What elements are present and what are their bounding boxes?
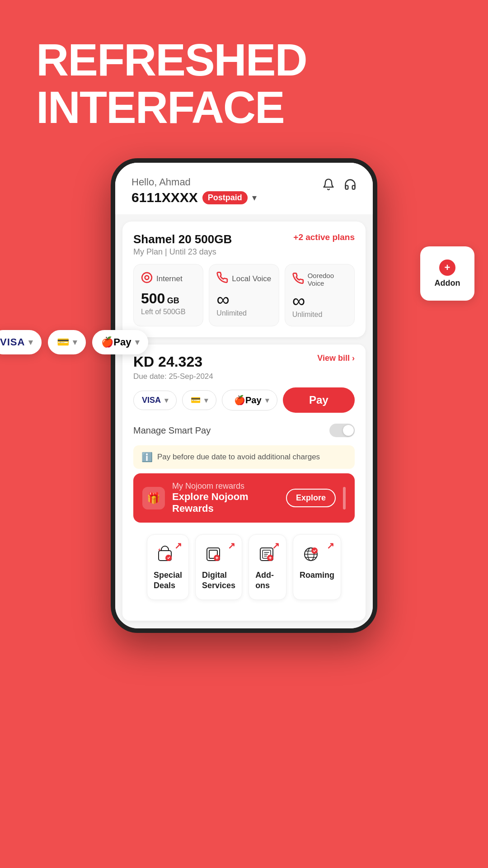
hero-section: REFRESHED INTERFACE: [0, 0, 488, 149]
smart-pay-toggle[interactable]: [329, 424, 355, 437]
applepay-label-float: 🍎Pay: [101, 336, 131, 348]
bill-amount: KD 24.323: [133, 354, 213, 370]
header-icons: [322, 176, 357, 194]
user-info: Hello, Ahmad 6111XXXX Postpaid ▾: [131, 176, 257, 205]
addons-label: Add-ons: [255, 570, 280, 591]
screen-header: Hello, Ahmad 6111XXXX Postpaid ▾: [115, 163, 373, 214]
bill-due: Due date: 25-Sep-2024: [133, 372, 213, 381]
hero-title-line2: INTERFACE: [36, 84, 452, 131]
local-voice-sub: Unlimited: [216, 309, 271, 317]
visa-label-pay: VISA: [142, 396, 161, 405]
hero-title-line1: REFRESHED: [36, 36, 452, 84]
phone-screen: Hello, Ahmad 6111XXXX Postpaid ▾: [115, 163, 373, 628]
shortcut-card-special-deals[interactable]: ↗ Specia: [147, 534, 189, 600]
local-voice-header: Local Voice: [216, 272, 271, 286]
local-voice-label: Local Voice: [232, 274, 271, 283]
applepay-label: 🍎Pay: [234, 395, 262, 406]
roaming-icon: [300, 543, 322, 566]
knet-chevron-icon: ▾: [73, 337, 77, 347]
addons-arrow-icon: ↗: [272, 540, 280, 551]
ooredoo-voice-value: ∞: [292, 292, 347, 310]
svg-point-0: [142, 273, 152, 283]
local-voice-card[interactable]: Local Voice ∞ Unlimited: [209, 264, 279, 326]
postpaid-badge: Postpaid: [202, 191, 248, 204]
warning-icon: ℹ️: [141, 452, 153, 462]
digital-services-icon: [202, 543, 225, 566]
ooredoo-voice-label: Ooredoo Voice: [308, 272, 347, 287]
applepay-method[interactable]: 🍎Pay ▾: [222, 390, 277, 410]
account-chevron-icon[interactable]: ▾: [252, 192, 257, 203]
special-deals-icon: [154, 543, 176, 566]
smart-pay-label: Manage Smart Pay: [133, 425, 211, 436]
local-voice-icon: [216, 272, 228, 286]
visa-chevron-icon: ▾: [28, 337, 33, 347]
internet-sub: Left of 500GB: [141, 308, 196, 316]
applepay-chevron-icon: ▾: [265, 396, 269, 405]
internet-unit: GB: [167, 296, 179, 305]
floating-payment-cards: VISA ▾ 💳 ▾ 🍎Pay ▾: [0, 330, 148, 354]
nojoom-subtitle: Explore Nojoom Rewards: [172, 491, 279, 514]
toggle-knob: [343, 425, 354, 436]
bell-icon[interactable]: [322, 178, 335, 194]
shortcut-card-roaming[interactable]: ↗ Roamin: [293, 534, 341, 600]
special-deals-arrow-icon: ↗: [174, 540, 182, 551]
nojoom-title: My Nojoom rewards: [172, 481, 279, 491]
plan-meta: My Plan | Until 23 days: [133, 247, 232, 257]
usage-cards: Internet 500 GB Left of 500GB: [133, 264, 355, 326]
greeting-text: Hello, Ahmad: [131, 176, 257, 188]
internet-value: 500: [141, 290, 165, 307]
active-plans-link[interactable]: +2 active plans: [293, 232, 355, 242]
nojoom-text: My Nojoom rewards Explore Nojoom Rewards: [172, 481, 279, 514]
svg-point-12: [311, 547, 318, 554]
ooredoo-voice-header: Ooredoo Voice: [292, 272, 347, 287]
ooredoo-voice-icon: [292, 273, 304, 287]
headset-icon[interactable]: [344, 178, 357, 194]
addon-card-floating[interactable]: + Addon: [420, 246, 474, 301]
visa-label: VISA: [0, 336, 25, 348]
roaming-label: Roaming: [300, 570, 334, 580]
nojoom-banner[interactable]: 🎁 My Nojoom rewards Explore Nojoom Rewar…: [133, 473, 355, 523]
digital-services-arrow-icon: ↗: [228, 540, 235, 551]
phone-number-row[interactable]: 6111XXXX Postpaid ▾: [131, 190, 257, 205]
internet-usage-card[interactable]: Internet 500 GB Left of 500GB: [133, 264, 203, 326]
smart-pay-row: Manage Smart Pay: [133, 419, 355, 442]
bill-header-row: KD 24.323 Due date: 25-Sep-2024 View bil…: [133, 354, 355, 381]
shortcut-card-addons[interactable]: ↗ Add-ons: [249, 534, 286, 600]
plan-name: Shamel 20 500GB: [133, 232, 232, 246]
payment-row: VISA ▾ 💳 ▾ 🍎Pay ▾ Pay: [133, 387, 355, 413]
addon-plus-icon: +: [439, 259, 455, 276]
phone-wrapper: VISA ▾ 💳 ▾ 🍎Pay ▾ + Addon: [0, 158, 488, 633]
shortcut-cards: ↗ Specia: [141, 528, 347, 606]
bill-section: KD 24.323 Due date: 25-Sep-2024 View bil…: [122, 344, 366, 621]
ooredoo-voice-card[interactable]: Ooredoo Voice ∞ Unlimited: [285, 264, 355, 326]
internet-icon: [141, 272, 153, 286]
applepay-card-float[interactable]: 🍎Pay ▾: [92, 330, 148, 354]
nojoom-icon: 🎁: [142, 487, 165, 509]
visa-pay-chevron-icon: ▾: [164, 396, 168, 405]
warning-text: Pay before due date to avoid additional …: [157, 453, 320, 462]
phone-number: 6111XXXX: [131, 190, 198, 205]
roaming-arrow-icon: ↗: [327, 540, 334, 551]
plan-header: Shamel 20 500GB My Plan | Until 23 days …: [133, 232, 355, 257]
explore-button[interactable]: Explore: [286, 489, 336, 507]
addon-label: Addon: [435, 278, 460, 288]
applepay-chevron-icon: ▾: [135, 337, 139, 347]
nojoom-side-indicator: [343, 487, 346, 509]
digital-services-label: Digital Services: [202, 570, 235, 591]
shortcut-card-digital-services[interactable]: ↗ Digital Services: [195, 534, 242, 600]
visa-pay-method[interactable]: VISA ▾: [133, 391, 177, 410]
view-bill-link[interactable]: View bill ›: [317, 354, 355, 363]
plan-card: Shamel 20 500GB My Plan | Until 23 days …: [122, 222, 366, 337]
knet-pay-icon: 💳: [191, 395, 201, 405]
local-voice-value: ∞: [216, 290, 271, 308]
knet-pay-chevron-icon: ▾: [204, 396, 208, 405]
visa-card-float[interactable]: VISA ▾: [0, 330, 42, 354]
phone-device: Hello, Ahmad 6111XXXX Postpaid ▾: [111, 158, 377, 633]
special-deals-label: Special Deals: [154, 570, 182, 591]
internet-card-header: Internet: [141, 272, 196, 286]
knet-card-float[interactable]: 💳 ▾: [48, 330, 86, 354]
pay-button[interactable]: Pay: [283, 387, 355, 413]
warning-banner: ℹ️ Pay before due date to avoid addition…: [133, 445, 355, 469]
knet-pay-method[interactable]: 💳 ▾: [182, 390, 216, 410]
knet-icon: 💳: [57, 336, 69, 348]
